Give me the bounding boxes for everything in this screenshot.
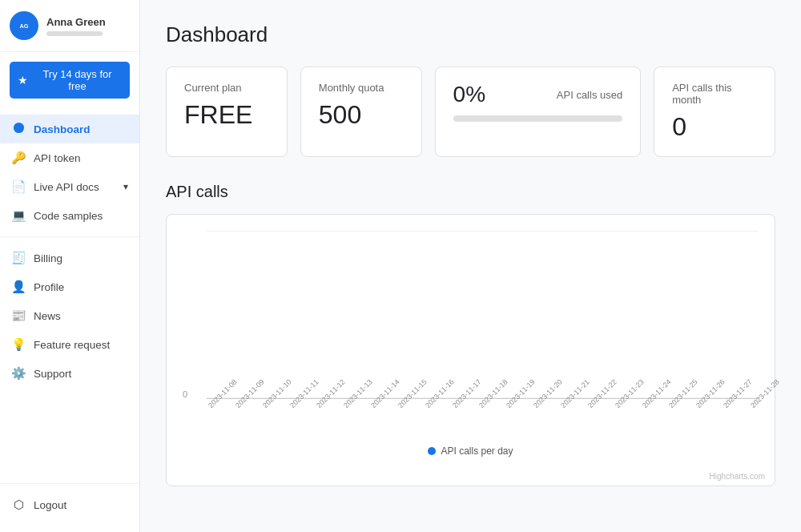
sidebar-item-live-api-docs[interactable]: 📄 Live API docs ▾	[0, 172, 139, 201]
code-icon: 💻	[11, 208, 26, 223]
x-axis-date-label: 2023-11-12	[315, 397, 328, 410]
x-axis-date-label: 2023-11-22	[586, 397, 599, 410]
api-calls-month-card: API calls this month 0	[654, 66, 775, 157]
x-axis-date-label: 2023-11-27	[722, 397, 735, 410]
user-profile-section: AG Anna Green	[0, 0, 139, 52]
x-axis-date-label: 2023-11-17	[451, 397, 464, 410]
legend-dot	[428, 447, 436, 455]
x-axis-date-label: 2023-11-15	[396, 397, 409, 410]
main-content: Dashboard Current plan FREE Monthly quot…	[140, 0, 801, 532]
progress-bar	[453, 115, 623, 122]
highcharts-credit: Highcharts.com	[710, 472, 765, 481]
legend-label: API calls per day	[441, 445, 513, 457]
feature-icon: 💡	[11, 337, 26, 352]
star-icon: ★	[18, 74, 28, 87]
x-axis-labels: 2023-11-082023-11-092023-11-102023-11-11…	[207, 399, 759, 439]
user-name: Anna Green	[46, 16, 106, 28]
x-axis-date-label: 2023-11-23	[614, 397, 626, 410]
sidebar-item-label: Live API docs	[34, 181, 99, 193]
x-axis-date-label: 2023-11-11	[288, 397, 301, 410]
page-title: Dashboard	[166, 22, 775, 47]
api-used-percent: 0%	[453, 82, 485, 107]
gridline-top	[207, 231, 759, 232]
x-axis-date-label: 2023-11-26	[694, 397, 707, 410]
sidebar-item-label: Code samples	[34, 210, 103, 222]
y-axis-label: 0	[183, 389, 187, 399]
chart-container: 0 2023-11-082023-11-092023-11-102023-11-…	[166, 214, 775, 486]
chart-area: 0 2023-11-082023-11-092023-11-102023-11-…	[183, 231, 759, 439]
sidebar-item-label: Support	[34, 368, 71, 380]
chart-section-title: API calls	[166, 183, 775, 201]
billing-icon: 🧾	[11, 251, 26, 265]
svg-text:AG: AG	[20, 22, 29, 30]
api-calls-month-label: API calls this month	[672, 82, 757, 106]
current-plan-card: Current plan FREE	[166, 66, 288, 157]
monthly-quota-card: Monthly quota 500	[300, 66, 422, 157]
user-subtitle-bar	[46, 31, 103, 36]
key-icon: 🔑	[11, 151, 26, 165]
sidebar-item-label: API token	[34, 152, 81, 164]
api-calls-month-value: 0	[672, 112, 757, 142]
sidebar-item-news[interactable]: 📰 News	[0, 301, 139, 330]
logout-icon: ⬡	[11, 498, 26, 512]
trial-button[interactable]: ★ Try 14 days for free	[10, 62, 130, 99]
x-axis-date-label: 2023-11-09	[234, 397, 247, 410]
x-axis-date-label: 2023-11-19	[505, 397, 517, 410]
sidebar-nav: Dashboard 🔑 API token 📄 Live API docs ▾ …	[0, 108, 139, 470]
sidebar-item-api-token[interactable]: 🔑 API token	[0, 143, 139, 172]
x-axis-date-label: 2023-11-24	[641, 397, 654, 410]
trial-button-label: Try 14 days for free	[33, 68, 122, 92]
chevron-down-icon: ▾	[123, 181, 128, 192]
dashboard-icon	[11, 122, 26, 136]
sidebar-item-dashboard[interactable]: Dashboard	[0, 115, 139, 143]
x-axis-date-label: 2023-11-28	[749, 397, 762, 410]
monthly-quota-value: 500	[319, 100, 404, 130]
sidebar: AG Anna Green ★ Try 14 days for free Das…	[0, 0, 140, 532]
api-used-label: API calls used	[557, 89, 622, 101]
sidebar-item-label: Feature request	[34, 339, 110, 351]
sidebar-item-profile[interactable]: 👤 Profile	[0, 272, 139, 301]
x-axis-date-label: 2023-11-25	[667, 397, 680, 410]
sidebar-divider	[0, 236, 139, 237]
sidebar-bottom: ⬡ Logout	[0, 470, 139, 532]
news-icon: 📰	[11, 308, 26, 323]
x-axis-date-label: 2023-11-10	[261, 397, 274, 410]
sidebar-item-label: Billing	[34, 252, 62, 264]
sidebar-item-label: Profile	[34, 281, 64, 293]
sidebar-item-label: News	[34, 310, 61, 322]
sidebar-item-code-samples[interactable]: 💻 Code samples	[0, 201, 139, 230]
svg-point-2	[13, 123, 23, 133]
x-axis-date-label: 2023-11-21	[559, 397, 572, 410]
current-plan-value: FREE	[184, 100, 269, 130]
sidebar-item-billing[interactable]: 🧾 Billing	[0, 244, 139, 272]
chart-legend: API calls per day	[183, 445, 759, 457]
user-info: Anna Green	[46, 16, 106, 36]
sidebar-item-logout[interactable]: ⬡ Logout	[0, 490, 139, 519]
docs-icon: 📄	[11, 179, 26, 194]
profile-icon: 👤	[11, 280, 26, 294]
sidebar-item-label: Dashboard	[34, 123, 91, 135]
logout-label: Logout	[34, 499, 66, 511]
x-axis-date-label: 2023-11-13	[342, 397, 355, 410]
support-icon: ⚙️	[11, 366, 26, 381]
x-axis-date-label: 2023-11-16	[424, 397, 437, 410]
current-plan-label: Current plan	[184, 82, 269, 94]
api-used-header: 0% API calls used	[453, 82, 623, 107]
x-axis-date-label: 2023-11-20	[532, 397, 545, 410]
x-axis-date-label: 2023-11-14	[369, 397, 382, 410]
sidebar-divider-bottom	[0, 483, 139, 484]
x-axis-date-label: 2023-11-18	[477, 397, 490, 410]
api-calls-used-card: 0% API calls used	[435, 66, 642, 157]
sidebar-item-support[interactable]: ⚙️ Support	[0, 359, 139, 388]
x-axis-date-label: 2023-11-08	[207, 397, 219, 410]
stats-row: Current plan FREE Monthly quota 500 0% A…	[166, 66, 775, 157]
monthly-quota-label: Monthly quota	[319, 82, 404, 94]
sidebar-item-feature-request[interactable]: 💡 Feature request	[0, 330, 139, 359]
chart-plot	[207, 231, 759, 399]
avatar: AG	[10, 11, 38, 40]
